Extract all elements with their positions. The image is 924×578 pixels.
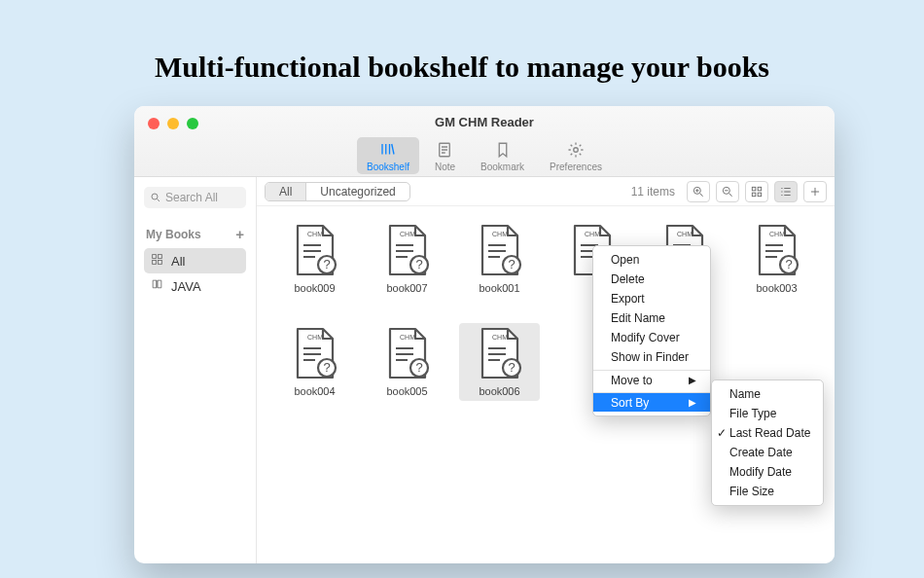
menu-move-to[interactable]: Move to▶: [593, 370, 710, 389]
tab-bookmark[interactable]: Bookmark: [471, 137, 534, 174]
menu-sort-by[interactable]: Sort By▶: [593, 392, 710, 412]
book-name: book005: [386, 385, 427, 397]
titlebar: GM CHM Reader Bookshelf Note Bookmark: [134, 106, 835, 177]
chevron-right-icon: ▶: [689, 397, 696, 408]
grid-icon: [150, 253, 164, 269]
sort-name[interactable]: Name: [712, 384, 823, 404]
list-view-button[interactable]: [774, 181, 798, 202]
main-tabs: Bookshelf Note Bookmark Preferences: [134, 137, 835, 174]
book-name: book007: [386, 282, 427, 294]
window-title: GM CHM Reader: [134, 115, 835, 129]
svg-rect-10: [758, 187, 762, 191]
chm-file-icon: [477, 224, 523, 278]
chm-file-icon: [292, 224, 338, 278]
sidebar-section-label: My Books: [146, 228, 201, 241]
menu-edit-name[interactable]: Edit Name: [593, 308, 710, 328]
tab-label: Bookshelf: [367, 162, 409, 172]
tab-bookshelf[interactable]: Bookshelf: [357, 137, 419, 174]
menu-show-in-finder[interactable]: Show in Finder: [593, 347, 710, 367]
chm-file-icon: [384, 224, 431, 278]
category-segment: All Uncategorized: [265, 182, 410, 201]
context-menu: Open Delete Export Edit Name Modify Cove…: [592, 245, 711, 416]
book-name: book003: [756, 282, 797, 294]
book-item[interactable]: book001: [459, 220, 540, 298]
chm-file-icon: [292, 327, 338, 381]
svg-rect-3: [153, 255, 157, 259]
sort-modify-date[interactable]: Modify Date: [712, 462, 823, 482]
book-name: book001: [479, 282, 519, 294]
item-count: 11 items: [631, 185, 675, 199]
svg-rect-9: [752, 187, 756, 191]
book-item[interactable]: book007: [367, 220, 447, 298]
book-icon: [150, 278, 164, 294]
menu-export[interactable]: Export: [593, 289, 710, 308]
svg-rect-4: [159, 255, 162, 259]
sort-last-read-date[interactable]: ✓Last Read Date: [712, 423, 823, 443]
sort-file-type[interactable]: File Type: [712, 404, 823, 423]
gear-icon: [566, 141, 586, 161]
note-icon: [435, 141, 454, 161]
sidebar-item-all[interactable]: All: [144, 248, 246, 273]
menu-modify-cover[interactable]: Modify Cover: [593, 328, 710, 347]
menu-delete[interactable]: Delete: [593, 270, 710, 289]
svg-rect-12: [758, 193, 762, 197]
hero-title: Multi-functional bookshelf to manage you…: [0, 0, 924, 84]
chm-file-icon: [384, 327, 431, 381]
tab-label: Bookmark: [480, 162, 524, 172]
sort-submenu: Name File Type ✓Last Read Date Create Da…: [711, 379, 824, 506]
segment-uncategorized[interactable]: Uncategorized: [305, 183, 409, 200]
book-name: book006: [479, 385, 519, 397]
sort-create-date[interactable]: Create Date: [712, 443, 823, 462]
tab-preferences[interactable]: Preferences: [540, 137, 612, 174]
book-item[interactable]: book006: [459, 323, 540, 401]
grid-view-button[interactable]: [745, 181, 768, 202]
main-pane: All Uncategorized 11 items: [257, 177, 835, 563]
book-item[interactable]: book004: [274, 323, 355, 401]
app-window: GM CHM Reader Bookshelf Note Bookmark: [134, 106, 835, 563]
sidebar: My Books + All JAVA: [134, 177, 257, 563]
tab-label: Preferences: [550, 162, 602, 172]
menu-open[interactable]: Open: [593, 250, 710, 270]
sidebar-item-label: JAVA: [171, 279, 201, 294]
book-name: book009: [294, 282, 335, 294]
svg-rect-6: [159, 261, 162, 265]
book-item[interactable]: book009: [274, 220, 355, 298]
bookmark-icon: [493, 141, 513, 161]
filter-bar: All Uncategorized 11 items: [257, 177, 835, 206]
svg-point-2: [152, 194, 158, 199]
svg-rect-5: [153, 261, 157, 265]
checkmark-icon: ✓: [717, 426, 727, 440]
tab-note[interactable]: Note: [425, 137, 465, 174]
book-item[interactable]: book003: [736, 220, 817, 298]
add-button[interactable]: [803, 181, 827, 202]
chm-file-icon: [477, 327, 523, 381]
book-name: book004: [294, 385, 335, 397]
tab-label: Note: [435, 162, 455, 172]
bookshelf-icon: [378, 141, 398, 161]
svg-rect-11: [752, 193, 756, 197]
sidebar-item-java[interactable]: JAVA: [144, 273, 246, 299]
sidebar-item-label: All: [171, 254, 185, 269]
svg-point-1: [574, 148, 579, 153]
book-item[interactable]: book005: [367, 323, 447, 401]
chm-file-icon: [754, 224, 800, 278]
zoom-out-button[interactable]: [716, 181, 739, 202]
add-category-button[interactable]: +: [235, 226, 244, 242]
zoom-in-button[interactable]: [687, 181, 710, 202]
sort-file-size[interactable]: File Size: [712, 482, 823, 501]
segment-all[interactable]: All: [266, 183, 305, 200]
chevron-right-icon: ▶: [689, 375, 696, 385]
